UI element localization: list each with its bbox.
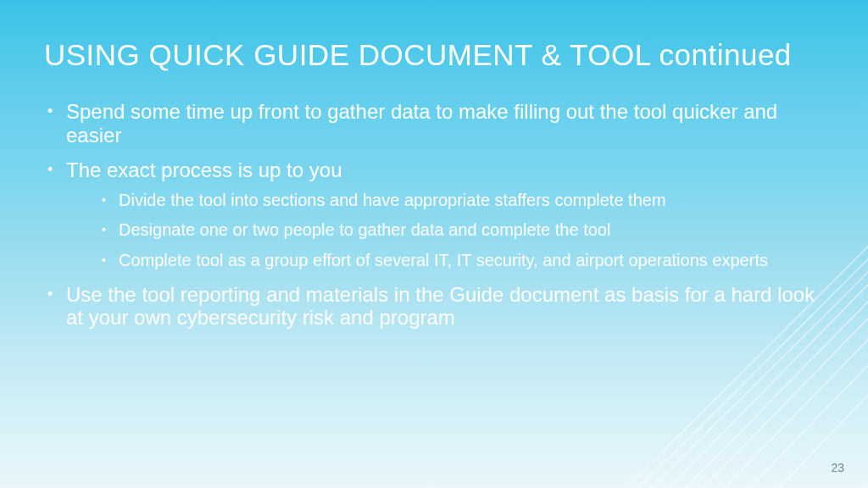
list-item: The exact process is up to you Divide th… [44,158,817,270]
page-number: 23 [831,461,844,474]
bullet-text: Complete tool as a group effort of sever… [119,251,768,269]
slide: USING QUICK GUIDE DOCUMENT & TOOL contin… [0,0,868,488]
list-item: Divide the tool into sections and have a… [100,191,817,211]
svg-line-8 [779,395,868,488]
svg-line-7 [749,365,868,488]
bullet-text: Spend some time up front to gather data … [66,100,777,147]
slide-body: Spend some time up front to gather data … [44,100,817,341]
sub-bullet-list: Divide the tool into sections and have a… [100,191,817,271]
list-item: Complete tool as a group effort of sever… [100,251,817,271]
list-item: Designate one or two people to gather da… [100,220,817,241]
bullet-text: Use the tool reporting and materials in … [66,283,815,330]
bullet-text: Divide the tool into sections and have a… [119,191,666,209]
slide-title: USING QUICK GUIDE DOCUMENT & TOOL contin… [44,38,824,72]
svg-line-6 [724,340,868,488]
bullet-list: Spend some time up front to gather data … [44,100,817,330]
bullet-text: The exact process is up to you [66,158,342,181]
list-item: Use the tool reporting and materials in … [44,283,817,330]
list-item: Spend some time up front to gather data … [44,100,817,147]
bullet-text: Designate one or two people to gather da… [119,220,610,239]
